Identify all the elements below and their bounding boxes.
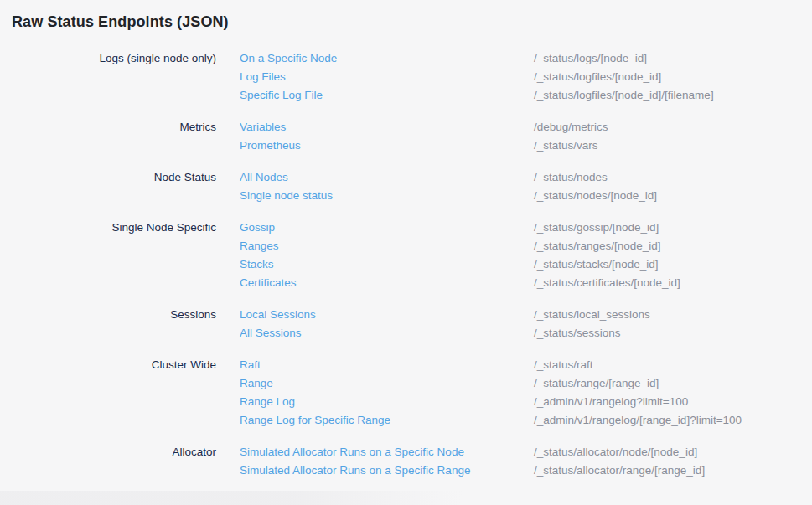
- page-title: Raw Status Endpoints (JSON): [12, 11, 800, 33]
- category-label: Allocator: [12, 443, 216, 461]
- endpoint-group: MetricsVariables/debug/metricsPrometheus…: [12, 118, 800, 155]
- endpoint-group: AllocatorSimulated Allocator Runs on a S…: [12, 443, 800, 480]
- endpoint-path: /_status/logfiles/[node_id]/[filename]: [534, 86, 714, 105]
- endpoint-link[interactable]: Ranges: [240, 237, 534, 255]
- endpoint-link[interactable]: Local Sessions: [240, 306, 534, 324]
- endpoint-path: /_status/gossip/[node_id]: [534, 219, 659, 237]
- category-label: Logs (single node only): [12, 49, 216, 68]
- endpoint-path: /_status/vars: [534, 137, 598, 155]
- endpoint-groups: Logs (single node only)On a Specific Nod…: [12, 49, 800, 480]
- endpoint-rows: Raft/_status/raftRange/_status/range/[ra…: [216, 356, 800, 430]
- category-label: Sessions: [12, 306, 216, 324]
- endpoint-link[interactable]: Prometheus: [240, 137, 534, 155]
- endpoint-path: /_status/nodes/[node_id]: [534, 187, 657, 205]
- endpoint-link[interactable]: Variables: [240, 118, 534, 137]
- endpoint-link[interactable]: Single node status: [240, 187, 534, 205]
- endpoint-row: All Sessions/_status/sessions: [240, 324, 800, 343]
- category-label: Node Status: [12, 168, 216, 187]
- endpoint-row: Ranges/_status/ranges/[node_id]: [240, 237, 800, 255]
- category-label: Metrics: [12, 118, 216, 137]
- endpoint-row: Stacks/_status/stacks/[node_id]: [240, 255, 800, 274]
- endpoint-link[interactable]: Range Log: [240, 393, 534, 411]
- endpoint-link[interactable]: Stacks: [240, 255, 534, 274]
- endpoint-row: Simulated Allocator Runs on a Specific N…: [240, 443, 800, 461]
- endpoint-rows: All Nodes/_status/nodesSingle node statu…: [216, 168, 800, 205]
- endpoint-row: Gossip/_status/gossip/[node_id]: [240, 219, 800, 237]
- endpoint-rows: Local Sessions/_status/local_sessionsAll…: [216, 306, 800, 343]
- debug-page: Raw Status Endpoints (JSON) Logs (single…: [0, 0, 812, 480]
- endpoint-row: Variables/debug/metrics: [240, 118, 800, 137]
- endpoint-link[interactable]: Specific Log File: [240, 86, 534, 105]
- endpoint-link[interactable]: All Nodes: [240, 168, 534, 187]
- endpoint-path: /_status/nodes: [534, 168, 608, 187]
- endpoint-link[interactable]: Raft: [240, 356, 534, 374]
- endpoint-row: Local Sessions/_status/local_sessions: [240, 306, 800, 324]
- endpoint-link[interactable]: Range Log for Specific Range: [240, 411, 534, 430]
- endpoint-rows: On a Specific Node/_status/logs/[node_id…: [216, 49, 800, 105]
- endpoint-path: /debug/metrics: [534, 118, 608, 137]
- endpoint-path: /_admin/v1/rangelog/[range_id]?limit=100: [534, 411, 742, 430]
- endpoint-path: /_status/stacks/[node_id]: [534, 255, 659, 274]
- category-label: Cluster Wide: [12, 356, 216, 374]
- endpoint-row: Raft/_status/raft: [240, 356, 800, 374]
- endpoint-group: Logs (single node only)On a Specific Nod…: [12, 49, 800, 105]
- endpoint-path: /_admin/v1/rangelog?limit=100: [534, 393, 688, 411]
- endpoint-path: /_status/raft: [534, 356, 593, 374]
- endpoint-link[interactable]: Certificates: [240, 274, 534, 292]
- endpoint-path: /_status/certificates/[node_id]: [534, 274, 680, 292]
- endpoint-rows: Simulated Allocator Runs on a Specific N…: [216, 443, 800, 480]
- endpoint-link[interactable]: Simulated Allocator Runs on a Specific N…: [240, 443, 534, 461]
- endpoint-row: Certificates/_status/certificates/[node_…: [240, 274, 800, 292]
- endpoint-path: /_status/logfiles/[node_id]: [534, 68, 661, 86]
- endpoint-path: /_status/sessions: [534, 324, 621, 343]
- endpoint-row: On a Specific Node/_status/logs/[node_id…: [240, 49, 800, 68]
- endpoint-path: /_status/logs/[node_id]: [534, 49, 647, 68]
- endpoint-row: Range Log for Specific Range/_admin/v1/r…: [240, 411, 800, 430]
- endpoint-link[interactable]: Log Files: [240, 68, 534, 86]
- endpoint-link[interactable]: All Sessions: [240, 324, 534, 343]
- endpoint-link[interactable]: On a Specific Node: [240, 49, 534, 68]
- endpoint-row: All Nodes/_status/nodes: [240, 168, 800, 187]
- endpoint-row: Single node status/_status/nodes/[node_i…: [240, 187, 800, 205]
- bottom-shade-decoration: [0, 491, 486, 505]
- endpoint-group: Single Node SpecificGossip/_status/gossi…: [12, 219, 800, 292]
- endpoint-row: Specific Log File/_status/logfiles/[node…: [240, 86, 800, 105]
- endpoint-row: Range/_status/range/[range_id]: [240, 374, 800, 393]
- endpoint-row: Log Files/_status/logfiles/[node_id]: [240, 68, 800, 86]
- category-label: Single Node Specific: [12, 219, 216, 237]
- endpoint-link[interactable]: Range: [240, 374, 534, 393]
- endpoint-link[interactable]: Gossip: [240, 219, 534, 237]
- endpoint-rows: Variables/debug/metricsPrometheus/_statu…: [216, 118, 800, 155]
- endpoint-rows: Gossip/_status/gossip/[node_id]Ranges/_s…: [216, 219, 800, 292]
- endpoint-group: SessionsLocal Sessions/_status/local_ses…: [12, 306, 800, 343]
- endpoint-group: Cluster WideRaft/_status/raftRange/_stat…: [12, 356, 800, 430]
- endpoint-path: /_status/local_sessions: [534, 306, 650, 324]
- endpoint-path: /_status/range/[range_id]: [534, 374, 659, 393]
- endpoint-row: Simulated Allocator Runs on a Specific R…: [240, 461, 800, 480]
- endpoint-path: /_status/ranges/[node_id]: [534, 237, 661, 255]
- endpoint-link[interactable]: Simulated Allocator Runs on a Specific R…: [240, 461, 534, 480]
- endpoint-row: Prometheus/_status/vars: [240, 137, 800, 155]
- endpoint-group: Node StatusAll Nodes/_status/nodesSingle…: [12, 168, 800, 205]
- endpoint-row: Range Log/_admin/v1/rangelog?limit=100: [240, 393, 800, 411]
- endpoint-path: /_status/allocator/range/[range_id]: [534, 461, 705, 480]
- endpoint-path: /_status/allocator/node/[node_id]: [534, 443, 697, 461]
